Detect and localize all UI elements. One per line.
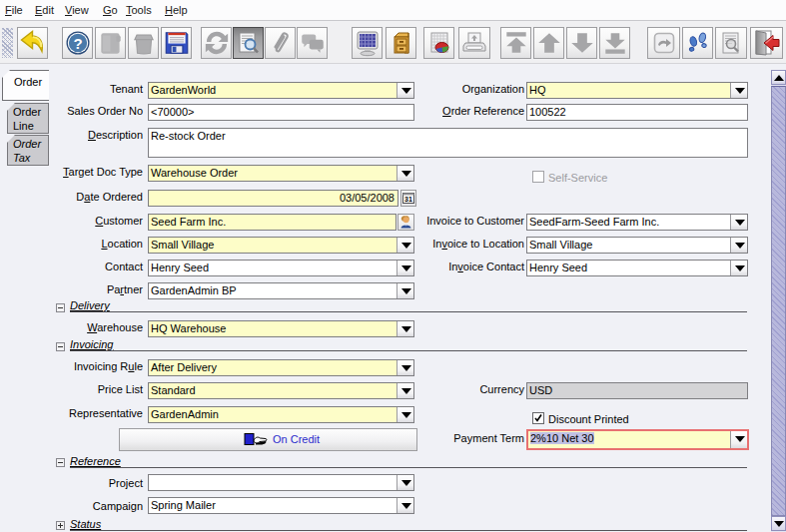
svg-text:31: 31 <box>404 196 412 203</box>
svg-text:?: ? <box>73 35 82 52</box>
